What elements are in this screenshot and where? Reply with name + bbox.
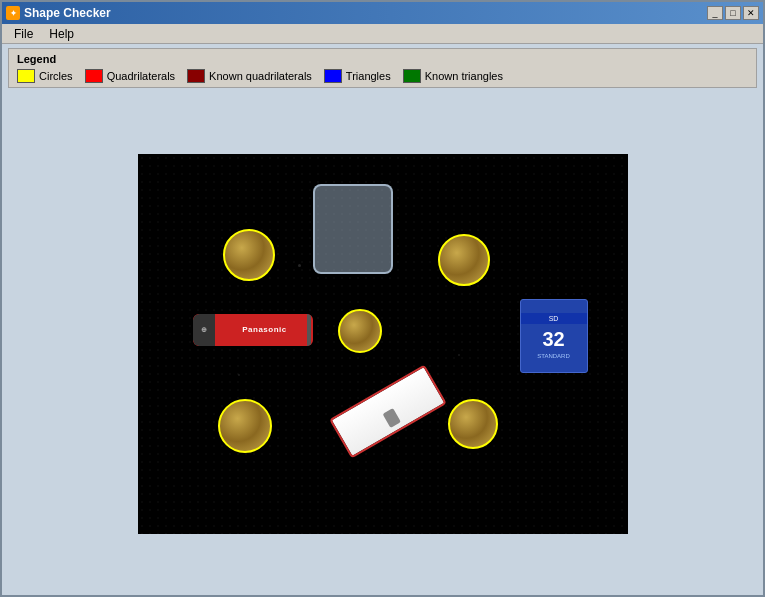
sd-label: STANDARD: [537, 353, 570, 359]
battery: ⊕ Panasonic: [193, 314, 313, 346]
main-content: ⊕ Panasonic SD 32 STANDARD: [2, 92, 763, 595]
image-canvas: ⊕ Panasonic SD 32 STANDARD: [138, 154, 628, 534]
title-bar-left: ✦ Shape Checker: [6, 6, 111, 20]
coin-1: [223, 229, 275, 281]
legend-title: Legend: [17, 53, 748, 65]
menu-help[interactable]: Help: [41, 25, 82, 43]
plastic-case: [313, 184, 393, 274]
legend-triangles: Triangles: [324, 69, 391, 83]
quadrilaterals-label: Quadrilaterals: [107, 70, 175, 82]
close-button[interactable]: ✕: [743, 6, 759, 20]
quadrilaterals-color: [85, 69, 103, 83]
known-quadrilaterals-color: [187, 69, 205, 83]
sd-brand-bar: SD: [521, 313, 587, 324]
app-icon: ✦: [6, 6, 20, 20]
legend-quadrilaterals: Quadrilaterals: [85, 69, 175, 83]
known-triangles-color: [403, 69, 421, 83]
battery-brand: Panasonic: [242, 325, 287, 334]
triangles-color: [324, 69, 342, 83]
legend-panel: Legend Circles Quadrilaterals Known quad…: [8, 48, 757, 88]
coin-4: [218, 399, 272, 453]
sd-card: SD 32 STANDARD: [520, 299, 588, 373]
coin-3: [338, 309, 382, 353]
main-window: ✦ Shape Checker _ □ ✕ File Help Legend C…: [0, 0, 765, 597]
maximize-button[interactable]: □: [725, 6, 741, 20]
menu-bar: File Help: [2, 24, 763, 44]
legend-known-triangles: Known triangles: [403, 69, 503, 83]
window-title: Shape Checker: [24, 6, 111, 20]
known-quadrilaterals-label: Known quadrilaterals: [209, 70, 312, 82]
usb-dongle: [329, 364, 447, 458]
legend-known-quadrilaterals: Known quadrilaterals: [187, 69, 312, 83]
coin-2: [438, 234, 490, 286]
menu-file[interactable]: File: [6, 25, 41, 43]
title-bar-controls: _ □ ✕: [707, 6, 759, 20]
usb-port: [382, 408, 400, 428]
known-triangles-label: Known triangles: [425, 70, 503, 82]
triangles-label: Triangles: [346, 70, 391, 82]
circles-label: Circles: [39, 70, 73, 82]
circles-color: [17, 69, 35, 83]
coin-5: [448, 399, 498, 449]
legend-circles: Circles: [17, 69, 73, 83]
legend-items: Circles Quadrilaterals Known quadrilater…: [17, 69, 748, 83]
sd-size: 32: [542, 328, 564, 351]
title-bar: ✦ Shape Checker _ □ ✕: [2, 2, 763, 24]
minimize-button[interactable]: _: [707, 6, 723, 20]
